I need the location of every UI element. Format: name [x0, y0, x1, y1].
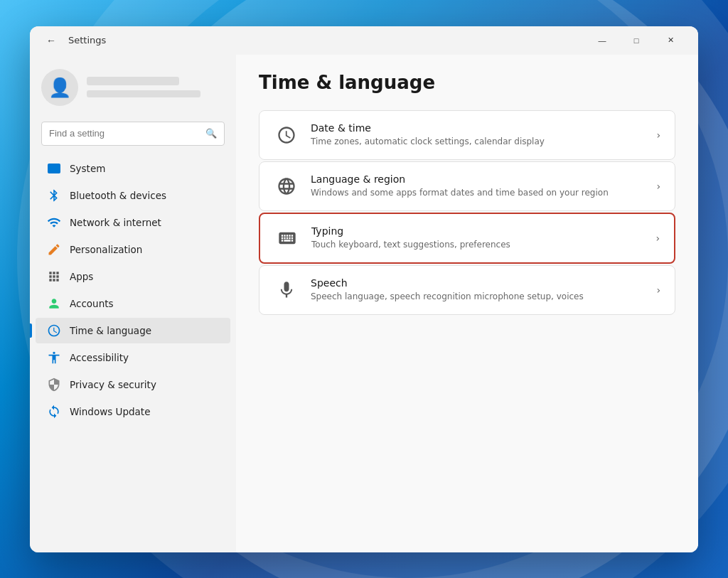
sidebar-label-system: System — [70, 163, 105, 174]
privacy-icon — [47, 378, 61, 392]
speech-desc: Speech language, speech recognition micr… — [311, 291, 648, 303]
sidebar-item-apps[interactable]: Apps — [36, 264, 230, 289]
minimize-button[interactable]: — — [586, 29, 619, 52]
title-bar-title: Settings — [68, 35, 106, 46]
typing-icon — [274, 225, 300, 251]
main-content: 👤 🔍 System — [30, 55, 698, 552]
sidebar-item-personalization[interactable]: Personalization — [36, 237, 230, 262]
user-email — [87, 90, 200, 97]
typing-title: Typing — [311, 225, 647, 237]
sidebar-item-accounts[interactable]: Accounts — [36, 291, 230, 316]
back-button[interactable]: ← — [41, 31, 61, 50]
language-text: Language & region Windows and some apps … — [311, 173, 648, 199]
avatar: 👤 — [41, 69, 78, 106]
update-icon — [47, 405, 61, 419]
language-icon — [274, 173, 299, 199]
sidebar-item-privacy[interactable]: Privacy & security — [36, 372, 230, 397]
sidebar-label-time: Time & language — [70, 325, 151, 336]
setting-card-speech[interactable]: Speech Speech language, speech recogniti… — [259, 265, 675, 315]
datetime-desc: Time zones, automatic clock settings, ca… — [311, 136, 648, 148]
time-icon — [47, 323, 61, 338]
sidebar-label-accessibility: Accessibility — [70, 352, 129, 363]
sidebar-label-update: Windows Update — [70, 406, 150, 417]
setting-card-datetime[interactable]: Date & time Time zones, automatic clock … — [259, 110, 675, 160]
search-container: 🔍 — [30, 119, 236, 154]
settings-window: ← Settings — □ ✕ 👤 — [30, 26, 698, 552]
sidebar-item-time[interactable]: Time & language — [36, 318, 230, 343]
user-info — [87, 77, 200, 97]
setting-card-typing[interactable]: Typing Touch keyboard, text suggestions,… — [259, 213, 675, 264]
sidebar-label-apps: Apps — [70, 271, 93, 282]
user-icon: 👤 — [48, 77, 71, 98]
datetime-icon — [274, 122, 299, 148]
setting-card-language[interactable]: Language & region Windows and some apps … — [259, 161, 675, 211]
sidebar-label-accounts: Accounts — [70, 298, 114, 309]
speech-title: Speech — [311, 277, 648, 289]
language-desc: Windows and some apps format dates and t… — [311, 187, 648, 199]
sidebar: 👤 🔍 System — [30, 55, 236, 552]
page-title: Time & language — [259, 72, 675, 93]
sidebar-item-accessibility[interactable]: Accessibility — [36, 345, 230, 370]
user-profile: 👤 — [30, 63, 236, 117]
search-icon: 🔍 — [205, 128, 217, 139]
sidebar-label-personalization: Personalization — [70, 244, 142, 255]
datetime-chevron: › — [656, 129, 660, 141]
typing-chevron: › — [655, 232, 660, 244]
maximize-button[interactable]: □ — [620, 29, 653, 52]
language-chevron: › — [656, 181, 660, 192]
accessibility-icon — [47, 350, 61, 365]
speech-icon — [274, 277, 299, 303]
typing-desc: Touch keyboard, text suggestions, prefer… — [311, 239, 647, 251]
sidebar-label-network: Network & internet — [70, 217, 161, 228]
typing-text: Typing Touch keyboard, text suggestions,… — [311, 225, 647, 251]
personalization-icon — [47, 242, 61, 257]
sidebar-label-bluetooth: Bluetooth & devices — [70, 190, 166, 201]
datetime-text: Date & time Time zones, automatic clock … — [311, 122, 648, 148]
title-bar-controls: — □ ✕ — [586, 29, 687, 52]
apps-icon — [47, 269, 61, 284]
right-panel: Time & language Date & time Time zones, … — [236, 55, 698, 552]
accounts-icon — [47, 296, 61, 311]
network-icon — [47, 215, 61, 230]
user-name — [87, 77, 179, 85]
sidebar-item-system[interactable]: System — [36, 156, 230, 181]
search-box[interactable]: 🔍 — [41, 122, 225, 146]
sidebar-item-network[interactable]: Network & internet — [36, 210, 230, 235]
title-bar-left: ← Settings — [41, 31, 586, 50]
language-title: Language & region — [311, 173, 648, 185]
speech-chevron: › — [656, 284, 660, 296]
system-icon — [47, 161, 61, 176]
sidebar-item-bluetooth[interactable]: Bluetooth & devices — [36, 183, 230, 208]
sidebar-item-update[interactable]: Windows Update — [36, 399, 230, 424]
settings-list: Date & time Time zones, automatic clock … — [259, 110, 675, 315]
close-button[interactable]: ✕ — [654, 29, 687, 52]
sidebar-label-privacy: Privacy & security — [70, 379, 156, 390]
speech-text: Speech Speech language, speech recogniti… — [311, 277, 648, 303]
bluetooth-icon — [47, 188, 61, 203]
search-input[interactable] — [49, 128, 200, 139]
title-bar: ← Settings — □ ✕ — [30, 26, 698, 55]
datetime-title: Date & time — [311, 122, 648, 134]
